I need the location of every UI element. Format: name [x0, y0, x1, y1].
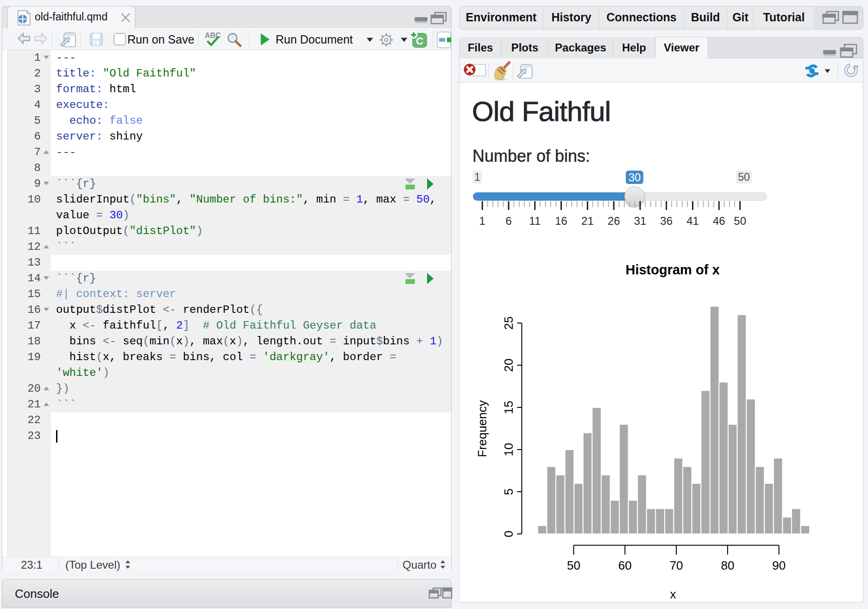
svg-text:21: 21	[581, 215, 594, 227]
svg-text:15: 15	[502, 401, 516, 414]
svg-text:Frequency: Frequency	[475, 400, 489, 457]
svg-text:90: 90	[772, 558, 786, 572]
svg-text:Histogram of x: Histogram of x	[625, 262, 719, 277]
svg-text:10: 10	[502, 443, 516, 457]
svg-text:41: 41	[686, 215, 699, 227]
svg-text:x: x	[670, 587, 676, 601]
svg-text:31: 31	[634, 215, 647, 227]
svg-text:16: 16	[555, 215, 567, 227]
svg-text:50: 50	[567, 558, 580, 572]
svg-text:0: 0	[502, 531, 516, 537]
svg-text:C: C	[416, 35, 423, 47]
svg-text:26: 26	[608, 215, 620, 227]
svg-text:50: 50	[734, 215, 746, 227]
svg-text:5: 5	[502, 488, 516, 495]
svg-text:70: 70	[670, 558, 683, 572]
svg-text:11: 11	[529, 215, 541, 227]
svg-text:60: 60	[618, 558, 632, 572]
svg-text:6: 6	[505, 215, 511, 227]
svg-text:46: 46	[713, 215, 725, 227]
svg-text:20: 20	[502, 359, 516, 372]
svg-text:36: 36	[660, 215, 673, 227]
svg-text:1: 1	[479, 215, 485, 227]
svg-text:80: 80	[721, 558, 734, 572]
svg-text:25: 25	[502, 317, 516, 330]
